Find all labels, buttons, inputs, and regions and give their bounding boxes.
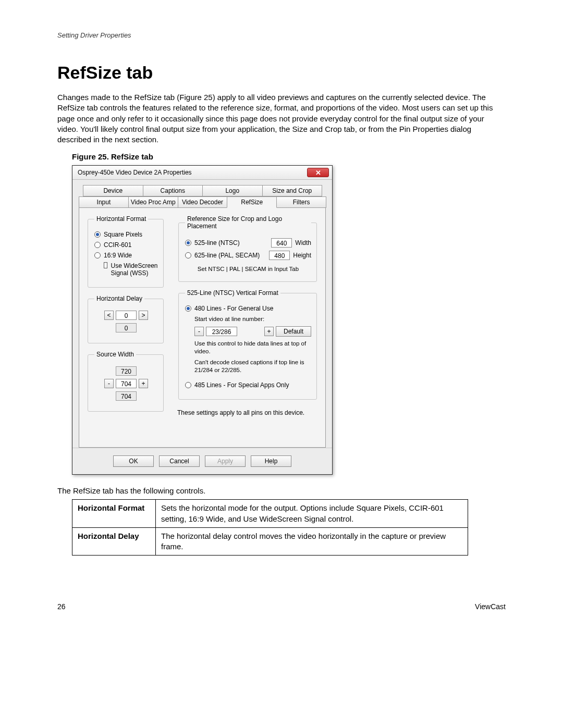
all-pins-note: These settings apply to all pins on this… xyxy=(177,409,318,416)
radio-525-ntsc[interactable] xyxy=(185,240,191,246)
startline-value[interactable]: 23/286 xyxy=(206,327,237,336)
table-row: Horizontal Delay The horizontal delay co… xyxy=(72,527,468,556)
group-horizontal-format: Horizontal Format Square Pixels CCIR-601 xyxy=(88,215,164,288)
label-480-lines: 480 Lines - For General Use xyxy=(194,305,273,312)
radio-square-pixels[interactable] xyxy=(94,231,101,238)
hdelay-value[interactable]: 0 xyxy=(116,311,137,320)
intro-paragraph: Changes made to the RefSize tab (Figure … xyxy=(57,92,506,145)
legend-horizontal-format: Horizontal Format xyxy=(94,215,148,223)
table-row: Horizontal Format Sets the horizontal mo… xyxy=(72,500,468,528)
cell-name: Horizontal Format xyxy=(72,500,156,528)
cancel-button[interactable]: Cancel xyxy=(159,455,200,467)
srcwidth-inc-button[interactable]: + xyxy=(139,379,148,388)
startline-dec-button[interactable]: - xyxy=(194,327,204,336)
srcwidth-reset-button[interactable]: 704 xyxy=(116,391,137,401)
page-header: Setting Driver Properties xyxy=(57,31,506,39)
tab-device[interactable]: Device xyxy=(83,185,143,196)
tab-video-proc-amp[interactable]: Video Proc Amp xyxy=(128,196,178,208)
group-reference-size: Reference Size for Crop and Logo Placeme… xyxy=(178,215,317,282)
ref-width-label: Width xyxy=(295,239,311,246)
startline-inc-button[interactable]: + xyxy=(264,327,274,336)
tab-video-decoder[interactable]: Video Decoder xyxy=(178,196,228,208)
hdelay-inc-button[interactable]: > xyxy=(139,311,148,320)
start-line-label: Start video at line number: xyxy=(194,315,311,323)
hdelay-reset-button[interactable]: 0 xyxy=(116,323,137,332)
vformat-hint-1: Use this control to hide data lines at t… xyxy=(194,340,311,355)
tab-panel: Horizontal Format Square Pixels CCIR-601 xyxy=(79,208,326,448)
cell-desc: The horizontal delay control moves the v… xyxy=(156,527,468,556)
controls-table: Horizontal Format Sets the horizontal mo… xyxy=(72,499,468,556)
apply-button[interactable]: Apply xyxy=(205,455,246,467)
dialog-button-bar: OK Cancel Apply Help xyxy=(72,448,332,474)
srcwidth-value[interactable]: 704 xyxy=(116,379,137,388)
legend-source-width: Source Width xyxy=(94,351,136,358)
figure-caption: Figure 25. RefSize tab xyxy=(72,152,506,161)
cell-name: Horizontal Delay xyxy=(72,527,156,556)
label-525-ntsc: 525-line (NTSC) xyxy=(194,239,268,246)
tab-input[interactable]: Input xyxy=(79,196,129,208)
checkbox-use-wss[interactable] xyxy=(104,262,107,268)
legend-vertical-format: 525-Line (NTSC) Vertical Format xyxy=(185,289,280,297)
label-16-9-wide: 16:9 Wide xyxy=(104,252,132,259)
radio-ccir-601[interactable] xyxy=(94,242,101,248)
properties-dialog: Osprey-450e Video Device 2A Properties ✕… xyxy=(72,165,333,475)
ref-height-value: 480 xyxy=(269,251,290,260)
vformat-hint-2: Can't decode closed captions if top line… xyxy=(194,359,311,374)
group-horizontal-delay: Horizontal Delay < 0 > 0 xyxy=(88,295,164,343)
page-number: 26 xyxy=(57,602,66,611)
page-title: RefSize tab xyxy=(57,63,506,83)
radio-16-9-wide[interactable] xyxy=(94,252,101,258)
ok-button[interactable]: OK xyxy=(113,455,154,467)
radio-625-pal[interactable] xyxy=(185,252,191,258)
label-square-pixels: Square Pixels xyxy=(104,231,142,238)
tab-captions[interactable]: Captions xyxy=(143,185,203,196)
dialog-title: Osprey-450e Video Device 2A Properties xyxy=(76,169,307,176)
tab-size-and-crop[interactable]: Size and Crop xyxy=(262,185,323,196)
close-icon: ✕ xyxy=(315,169,321,177)
cell-desc: Sets the horizontal mode for the output.… xyxy=(156,500,468,528)
radio-485-lines[interactable] xyxy=(185,382,191,388)
group-source-width: Source Width 720 - 704 + 704 xyxy=(88,351,164,412)
close-button[interactable]: ✕ xyxy=(307,168,329,177)
page-footer: 26 ViewCast xyxy=(57,602,506,611)
startline-default-button[interactable]: Default xyxy=(276,326,311,337)
tab-filters[interactable]: Filters xyxy=(276,196,326,208)
radio-480-lines[interactable] xyxy=(185,305,191,312)
group-vertical-format: 525-Line (NTSC) Vertical Format 480 Line… xyxy=(178,289,317,400)
brand: ViewCast xyxy=(475,602,506,611)
srcwidth-max: 720 xyxy=(116,366,137,376)
srcwidth-dec-button[interactable]: - xyxy=(104,379,114,388)
legend-horizontal-delay: Horizontal Delay xyxy=(94,295,144,302)
hdelay-dec-button[interactable]: < xyxy=(104,311,114,320)
label-625-pal: 625-line (PAL, SECAM) xyxy=(194,252,266,259)
table-lead: The RefSize tab has the following contro… xyxy=(57,486,506,495)
label-use-wss: Use WideScreen Signal (WSS) xyxy=(111,262,158,277)
help-button[interactable]: Help xyxy=(251,455,291,467)
dialog-titlebar: Osprey-450e Video Device 2A Properties ✕ xyxy=(72,166,332,180)
label-ccir-601: CCIR-601 xyxy=(104,241,131,249)
tab-logo[interactable]: Logo xyxy=(202,185,263,196)
refsize-hint: Set NTSC | PAL | SECAM in Input Tab xyxy=(185,265,311,273)
label-485-lines: 485 Lines - For Special Apps Only xyxy=(194,381,289,389)
ref-height-label: Height xyxy=(293,252,311,259)
legend-reference-size: Reference Size for Crop and Logo Placeme… xyxy=(185,215,311,230)
tab-refsize[interactable]: RefSize xyxy=(227,196,277,208)
ref-width-value: 640 xyxy=(271,238,292,248)
